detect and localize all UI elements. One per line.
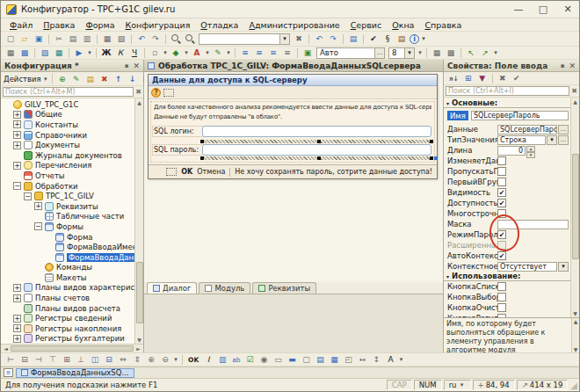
chevron-down-icon[interactable]: ▾ [398,356,405,363]
scroll-down-icon[interactable]: ▼ [574,346,578,352]
property-name-label[interactable]: Имя [447,111,468,120]
categories-icon[interactable]: ⊞ [462,73,475,84]
merge-cells-icon[interactable]: ▦ [431,47,443,59]
splitter-control-icon[interactable]: ↔ [357,354,369,366]
scroll-up-icon[interactable]: ▲ [573,98,577,105]
expand-icon[interactable]: + [13,120,21,128]
minimize-button[interactable]: — [512,4,525,15]
undo-icon[interactable]: ↶ [135,33,148,45]
italic-icon[interactable]: К [114,47,127,59]
actions-menu-button[interactable]: Действия [4,75,41,83]
find-combobox[interactable]: ▾ [199,33,290,45]
tree-item[interactable]: Команды [1,263,134,273]
close-icon[interactable]: ✕ [569,62,576,70]
properties-scrollbar[interactable]: ▲ ▼ [570,98,579,317]
tree-item[interactable]: GILV_TPC_G1C [1,99,134,110]
text-control-icon[interactable]: I [202,354,214,366]
center-h-icon[interactable]: ⊕ [145,354,157,366]
print-icon[interactable]: ▦ [101,33,113,45]
align-right-edges-icon[interactable]: ⊣ [33,354,45,366]
ok-button[interactable]: OK [181,168,192,176]
copy-icon[interactable]: ▤ [67,33,79,45]
spin-control-icon[interactable]: ↕ [371,354,383,366]
expand-icon[interactable]: + [13,294,21,302]
sort-alpha-icon[interactable]: я↓ [447,73,460,84]
filter-icon[interactable]: ▼ [476,73,489,84]
move-down-icon[interactable]: ↓ [127,73,139,84]
print-preview-icon[interactable]: ▧ [115,33,127,45]
tree-item[interactable]: +Планы счетов [1,293,134,303]
tree-horizontal-scrollbar[interactable]: ◄ ► [1,344,143,352]
selection-handle[interactable] [200,156,204,160]
expand-icon[interactable]: + [13,111,21,119]
fill-color-icon[interactable]: ◆ [170,47,182,59]
selection-handle[interactable] [317,156,321,160]
tree-item[interactable]: −TPC_1C_GILV [1,191,134,201]
h-spacing-icon[interactable]: ⇔ [117,354,129,366]
tabs-control-icon[interactable]: ▢ [301,354,313,366]
copy-window-icon[interactable]: ▤ [347,33,359,45]
scroll-left-icon[interactable]: ◄ [2,345,10,352]
list-control-icon[interactable]: ▤ [315,354,327,366]
tree-item[interactable]: Отчеты [1,171,134,181]
insert-col-icon[interactable]: ↗ [479,47,491,59]
spin-up-icon[interactable]: ▴ [526,146,535,152]
wrap-text-icon[interactable]: ▣ [301,47,314,59]
expand-icon[interactable]: + [13,324,21,332]
radio-control-icon[interactable]: ◉ [258,354,271,366]
tree-item[interactable]: Табличные части [1,212,134,222]
tree-item[interactable]: Журналы документов [1,150,134,161]
clear-search-icon[interactable]: ✖ [135,88,141,96]
new-file-icon[interactable]: ▢ [4,33,17,45]
checkbox[interactable] [497,209,506,218]
align-justify-icon[interactable]: ≡ [281,47,294,59]
clear-find-icon[interactable]: ✖ [293,33,305,45]
tree-search-input[interactable] [3,87,134,97]
tree-item[interactable]: −Обработки [1,181,134,192]
tree-item[interactable]: +Справочники [1,130,134,141]
chevron-down-icon[interactable]: ▾ [420,35,427,42]
menu-item-5[interactable]: Отладка [195,19,243,31]
chevron-down-icon[interactable]: ▾ [42,76,49,83]
expand-icon[interactable]: + [13,335,21,343]
property-value[interactable]: Строка [497,135,546,145]
help-book-icon[interactable]: ▤ [395,33,408,45]
pin-icon[interactable]: ▪ [561,62,565,69]
menu-item-7[interactable]: Сервис [345,19,388,31]
edit-icon[interactable]: ✎ [70,73,83,84]
chevron-down-icon[interactable]: ▾ [225,49,232,56]
tree-item[interactable]: +Реквизиты [1,201,134,212]
picture-control-icon[interactable]: ◰ [343,354,355,366]
chevron-down-icon[interactable]: ▾ [172,356,179,363]
menu-item-3[interactable]: Форма [80,19,120,31]
ellipsis-button[interactable]: … [558,125,569,134]
open-file-icon[interactable]: ▱ [18,33,31,45]
panel-control-icon[interactable]: ▭ [272,354,285,366]
align-right-icon[interactable]: ≡ [267,47,279,59]
selection-handle[interactable] [430,140,433,143]
align-h-centers-icon[interactable]: ⊟ [18,354,31,366]
window-tab-active[interactable]: ФормаВводаДанныхSQ... [16,368,134,378]
align-center-icon[interactable]: ≡ [253,47,265,59]
redo-icon[interactable]: ↷ [149,33,162,45]
tree-item[interactable]: +Перечисления [1,161,134,171]
center-v-icon[interactable]: ⊖ [159,354,171,366]
expand-icon[interactable]: + [34,202,42,210]
font-name-combobox[interactable]: Авто … [316,47,385,59]
expand-icon[interactable]: + [13,142,21,149]
expand-icon[interactable]: + [13,162,21,170]
menu-item-1[interactable]: Файл [4,19,38,31]
expand-icon[interactable]: + [13,284,21,292]
tree-vertical-scrollbar[interactable]: ▲ ▼ [134,98,143,344]
property-value[interactable]: SQLсерверПароль [497,125,557,134]
chevron-down-icon[interactable]: ▾ [86,49,93,56]
tree-item[interactable]: +Общие [1,110,134,120]
borders-icon[interactable]: ▫ [149,47,161,59]
scrollbar-thumb[interactable] [136,262,143,323]
checkbox[interactable] [497,156,506,165]
pin-icon[interactable]: ▪ [125,62,129,69]
checkbox[interactable] [497,293,506,301]
tree-item[interactable]: Макеты [1,272,134,283]
resize-grip[interactable]: ◢ [570,381,577,390]
help-icon[interactable]: ? [151,88,161,98]
